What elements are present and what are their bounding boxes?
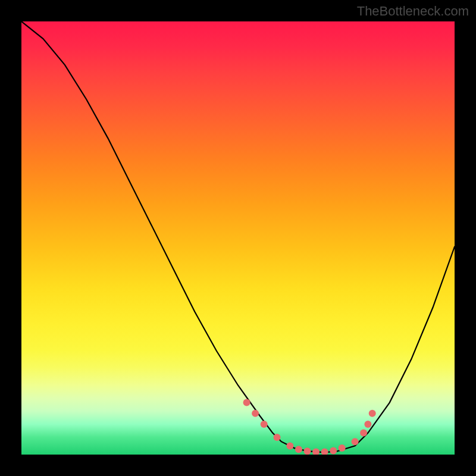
marker-dot [321, 449, 328, 455]
chart-plot-area [21, 21, 455, 455]
marker-dot [339, 444, 346, 452]
marker-dot [330, 447, 337, 454]
marker-dot [369, 410, 376, 417]
marker-dot [360, 430, 367, 437]
marker-dot [252, 410, 259, 417]
marker-dot [312, 449, 320, 455]
marker-dot [304, 447, 311, 455]
marker-dot [286, 442, 293, 449]
marker-dot [243, 399, 250, 406]
marker-dot [352, 438, 359, 445]
marker-dot [295, 446, 302, 453]
chart-svg [21, 21, 455, 455]
marker-dot [364, 421, 371, 428]
bottleneck-curve-line [21, 21, 455, 452]
marker-dot [261, 421, 268, 428]
highlight-markers [243, 399, 376, 455]
marker-dot [274, 434, 281, 441]
watermark-text: TheBottleneck.com [357, 4, 469, 19]
